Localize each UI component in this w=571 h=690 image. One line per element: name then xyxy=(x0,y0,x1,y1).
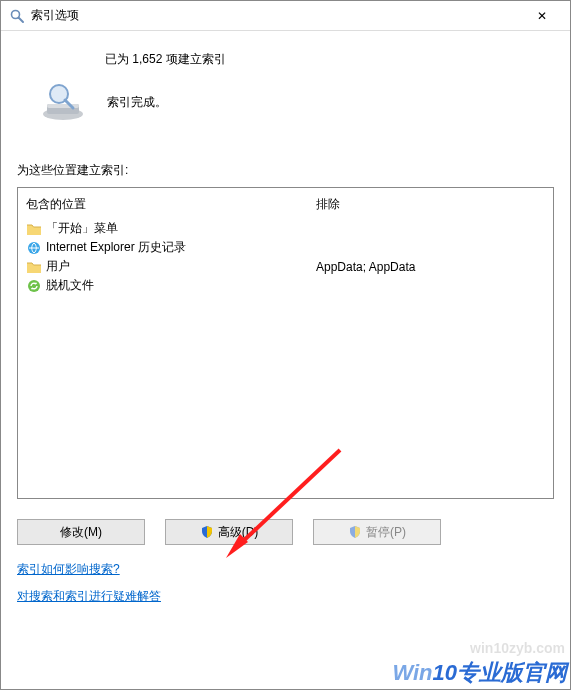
included-header: 包含的位置 xyxy=(18,194,308,219)
button-label: 修改(M) xyxy=(60,524,102,541)
button-label: 高级(D) xyxy=(218,524,259,541)
excluded-cell xyxy=(308,219,553,238)
watermark-brand: Win10专业版官网 xyxy=(392,658,567,688)
locations-list: 包含的位置 「开始」菜单 Internet Explorer 历史记录 xyxy=(17,187,554,499)
list-item-label: Internet Explorer 历史记录 xyxy=(46,239,186,256)
svg-point-8 xyxy=(28,280,40,292)
list-item-label: 用户 xyxy=(46,258,70,275)
help-link-troubleshoot[interactable]: 对搜索和索引进行疑难解答 xyxy=(17,588,161,605)
index-count-text: 已为 1,652 项建立索引 xyxy=(105,51,554,68)
watermark-brand-a: Win xyxy=(392,660,432,685)
close-icon: ✕ xyxy=(537,9,547,23)
list-item[interactable]: 用户 xyxy=(18,257,308,276)
list-item-label: 脱机文件 xyxy=(46,277,94,294)
sync-icon xyxy=(26,278,42,294)
list-item[interactable]: 脱机文件 xyxy=(18,276,308,295)
included-column: 包含的位置 「开始」菜单 Internet Explorer 历史记录 xyxy=(18,188,308,498)
advanced-button[interactable]: 高级(D) xyxy=(165,519,293,545)
watermark-brand-b: 10专业版官网 xyxy=(433,660,567,685)
list-item[interactable]: Internet Explorer 历史记录 xyxy=(18,238,308,257)
pause-button: 暂停(P) xyxy=(313,519,441,545)
index-status-text: 索引完成。 xyxy=(107,94,167,111)
help-link-search-impact[interactable]: 索引如何影响搜索? xyxy=(17,561,120,578)
status-row: 索引完成。 xyxy=(17,82,554,122)
titlebar: 索引选项 ✕ xyxy=(1,1,570,31)
excluded-header: 排除 xyxy=(308,194,553,219)
shield-icon xyxy=(200,525,214,539)
window-title: 索引选项 xyxy=(31,7,522,24)
close-button[interactable]: ✕ xyxy=(522,2,562,30)
links-section: 索引如何影响搜索? 对搜索和索引进行疑难解答 xyxy=(17,561,554,605)
buttons-row: 修改(M) 高级(D) 暂停(P) xyxy=(17,519,554,545)
indexing-options-dialog: 索引选项 ✕ 已为 1,652 项建立索引 索引完成。 为这些位置建立索引: 包… xyxy=(0,0,571,690)
button-label: 暂停(P) xyxy=(366,524,406,541)
shield-icon xyxy=(348,525,362,539)
watermark-url: win10zyb.com xyxy=(470,640,565,656)
ie-icon xyxy=(26,240,42,256)
excluded-column: 排除 AppData; AppData xyxy=(308,188,553,498)
locations-label: 为这些位置建立索引: xyxy=(17,162,554,179)
excluded-cell xyxy=(308,238,553,257)
dialog-content: 已为 1,652 项建立索引 索引完成。 为这些位置建立索引: 包含的位置 xyxy=(1,31,570,689)
list-item-label: 「开始」菜单 xyxy=(46,220,118,237)
modify-button[interactable]: 修改(M) xyxy=(17,519,145,545)
excluded-cell: AppData; AppData xyxy=(308,257,553,276)
magnifier-icon xyxy=(9,8,25,24)
folder-icon xyxy=(26,221,42,237)
list-item[interactable]: 「开始」菜单 xyxy=(18,219,308,238)
folder-icon xyxy=(26,259,42,275)
excluded-cell xyxy=(308,276,553,295)
index-icon xyxy=(39,82,87,122)
svg-line-1 xyxy=(19,17,24,22)
